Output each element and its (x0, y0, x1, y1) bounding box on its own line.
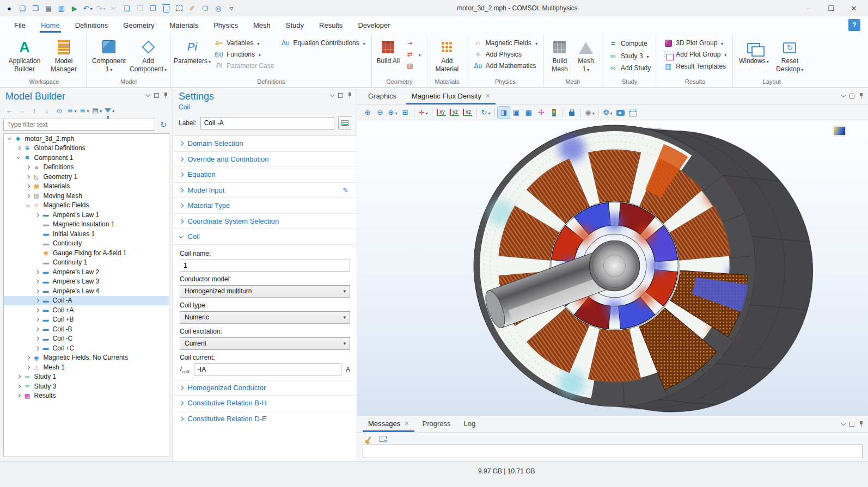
save-button[interactable]: ▤ (42, 2, 54, 14)
snapshot-button[interactable] (614, 107, 626, 119)
transparency-button[interactable]: ◨ (498, 107, 510, 119)
section-equation[interactable]: Equation (173, 167, 357, 182)
rotate-button[interactable]: ↻ (480, 107, 492, 119)
select-box-button[interactable] (173, 2, 185, 14)
menu-item-home[interactable]: Home (34, 18, 66, 33)
tree-item-component-1[interactable]: ■Component 1 (4, 153, 169, 163)
pin-icon[interactable] (163, 92, 168, 98)
chevron-right-icon[interactable] (35, 289, 39, 293)
add-study-button[interactable]: Add Study (606, 63, 653, 73)
insert-sequence-button[interactable] (402, 38, 424, 48)
customize-toolbar-button[interactable]: ▿ (225, 2, 237, 14)
menu-item-geometry[interactable]: Geometry (117, 18, 161, 33)
section-homogenized-conductor[interactable]: Homogenized Conductor (173, 380, 357, 396)
menu-item-mesh[interactable]: Mesh (247, 18, 277, 33)
tree-item-initial-values-1[interactable]: ▬Initial Values 1 (4, 229, 169, 239)
chevron-right-icon[interactable] (26, 175, 29, 178)
grouping-button[interactable]: ▤ (91, 104, 103, 116)
move-up-button[interactable]: ↑ (28, 104, 40, 116)
tab-messages[interactable]: Messages✕ (362, 416, 415, 432)
add-plot-group-button[interactable]: Add Plot Group (661, 50, 729, 59)
update-geometry-button[interactable] (402, 50, 424, 59)
undo-button[interactable]: ↶ (82, 2, 94, 14)
nav-forward-button[interactable]: → (16, 104, 28, 116)
paste-button[interactable]: ❒ (134, 2, 146, 14)
pin-icon[interactable] (859, 93, 864, 99)
chevron-right-icon[interactable] (35, 337, 39, 340)
section-material-type[interactable]: Material Type (173, 198, 357, 213)
comsol-logo-button[interactable]: ● (3, 2, 15, 14)
collapse-all-button[interactable]: ≣ (66, 104, 78, 116)
pin-icon[interactable] (859, 421, 864, 427)
tree-item-motor-3d-2-mph[interactable]: ◆motor_3d_2.mph (4, 134, 169, 144)
tree-item-global-definitions[interactable]: ⊕Global Definitions (4, 144, 169, 153)
menu-item-file[interactable]: File (8, 18, 32, 33)
add-material-button[interactable]: Add Material (431, 37, 463, 75)
conductor-model-select[interactable]: Homogenized multiturn (180, 285, 350, 298)
minimize-button[interactable]: – (797, 2, 819, 15)
tree-item-study-3[interactable]: ∞Study 3 (4, 381, 169, 391)
section-constitutive-relation-b-h[interactable]: Constitutive Relation B-H (173, 395, 357, 411)
study-3-button[interactable]: Study 3 (606, 51, 653, 61)
chevron-down-icon[interactable] (8, 136, 11, 139)
default-view-button[interactable]: ✛ (417, 107, 429, 119)
section-coordinate-system-selection[interactable]: Coordinate System Selection (173, 213, 357, 229)
delete-button[interactable] (160, 2, 172, 14)
equation-contributions-button[interactable]: Equation Contributions (278, 38, 368, 48)
tab-graphics[interactable]: Graphics (362, 88, 403, 104)
search-button[interactable]: ◎ (212, 2, 224, 14)
float-icon[interactable] (338, 93, 343, 98)
build-all-button[interactable]: Build All (375, 37, 401, 67)
redo-button[interactable]: ↷ (95, 2, 107, 14)
tree-item-results[interactable]: ▩Results (4, 391, 169, 401)
maximize-button[interactable]: ☐ (820, 2, 842, 15)
chevron-right-icon[interactable] (26, 356, 29, 359)
coil-name-input[interactable] (180, 260, 350, 272)
tree-item-coil-a[interactable]: ▬Coil -A (4, 296, 169, 306)
tree-item-coil-b[interactable]: ▬Coil -B (4, 324, 169, 334)
result-templates-button[interactable]: Result Templates (661, 61, 729, 71)
coil-excitation-select[interactable]: Current (180, 337, 350, 350)
tree-item-coil-c[interactable]: ▬Coil -C (4, 334, 169, 344)
grid-button[interactable]: ▦ (523, 107, 535, 119)
tree-item-geometry-1[interactable]: ◺Geometry 1 (4, 172, 169, 182)
magnetic-fields-button[interactable]: Magnetic Fields (470, 38, 540, 48)
add-physics-button[interactable]: Add Physics (470, 50, 540, 59)
tab-progress[interactable]: Progress (415, 416, 457, 432)
mesh-1-button[interactable]: Mesh 1 (573, 37, 598, 75)
edit-model-input-icon[interactable]: ✎ (343, 186, 351, 195)
tree-item-mesh-1[interactable]: △Mesh 1 (4, 362, 169, 372)
tree-item-magnetic-fields[interactable]: ∩Magnetic Fields (4, 201, 169, 211)
chevron-right-icon[interactable] (26, 165, 29, 169)
build-mesh-button[interactable]: Build Mesh (547, 37, 572, 75)
section-override-and-contribution[interactable]: Override and Contribution (173, 151, 357, 167)
tree-item-gauge-fixing-for-a-field-1[interactable]: ◉Gauge Fixing for A-field 1 (4, 248, 169, 258)
chevron-right-icon[interactable] (17, 385, 20, 388)
section-coil[interactable]: Coil (173, 229, 357, 244)
tree-item-amp-re-s-law-3[interactable]: ▬Ampère's Law 3 (4, 277, 169, 287)
tree-item-coil-c[interactable]: ▬Coil +C (4, 343, 169, 353)
open-file-button[interactable]: ❐ (29, 2, 41, 14)
view-yz-button[interactable]: yz (448, 107, 461, 119)
close-tab-icon[interactable]: ✕ (485, 93, 490, 100)
cut-button[interactable]: ✂ (108, 2, 120, 14)
nav-back-button[interactable]: ← (3, 104, 15, 116)
color-legend-button[interactable] (548, 107, 560, 119)
chevron-down-icon[interactable] (146, 93, 150, 97)
find-button[interactable]: ❍ (199, 2, 211, 14)
coil-type-select[interactable]: Numeric (180, 311, 350, 324)
menu-item-study[interactable]: Study (279, 18, 310, 33)
tree-item-materials[interactable]: ▦Materials (4, 182, 169, 192)
rename-button[interactable] (338, 116, 351, 130)
messages-output[interactable] (363, 445, 863, 458)
float-icon[interactable] (849, 94, 854, 98)
float-icon[interactable] (154, 93, 159, 98)
close-tab-icon[interactable]: ✕ (404, 420, 409, 427)
lock-button[interactable] (566, 107, 578, 119)
chevron-right-icon[interactable] (35, 347, 39, 350)
chevron-right-icon[interactable] (17, 394, 20, 397)
menu-item-developer[interactable]: Developer (351, 18, 396, 33)
menu-item-results[interactable]: Results (313, 18, 349, 33)
tree-item-study-1[interactable]: ∞Study 1 (4, 372, 169, 382)
tree-item-magnetic-insulation-1[interactable]: ▬Magnetic Insulation 1 (4, 220, 169, 230)
